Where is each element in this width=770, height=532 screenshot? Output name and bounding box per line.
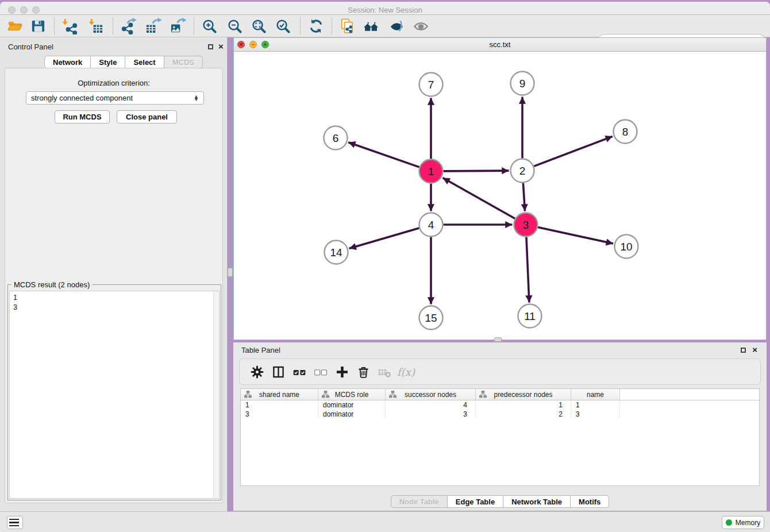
zoom-out-icon <box>226 18 243 34</box>
mcds-result-textarea[interactable]: 1 3 <box>9 291 220 499</box>
control-panel-close-icon[interactable]: × <box>218 43 224 49</box>
node-6[interactable]: 6 <box>324 126 348 150</box>
node-7[interactable]: 7 <box>419 73 443 97</box>
hierarchy-icon <box>244 391 252 398</box>
tab-network[interactable]: Network <box>44 56 91 68</box>
edge-3-11[interactable] <box>526 237 529 302</box>
gear-icon <box>249 364 265 380</box>
clone-network-button[interactable] <box>337 17 357 36</box>
cell-0-3[interactable]: 1 <box>476 400 571 410</box>
cell-1-4[interactable]: 3 <box>571 410 620 419</box>
edge-3-1[interactable] <box>442 178 515 219</box>
table-row[interactable]: 3dominator323 <box>241 410 759 419</box>
node-8[interactable]: 8 <box>614 120 637 144</box>
edge-1-6[interactable] <box>348 142 419 167</box>
export-table-button[interactable] <box>143 17 163 36</box>
column-header-successor-nodes[interactable]: successor nodes <box>386 389 476 400</box>
cell-1-3[interactable]: 2 <box>476 410 571 419</box>
node-10[interactable]: 10 <box>615 235 638 259</box>
apply-layout-button[interactable] <box>306 17 326 36</box>
node-14[interactable]: 14 <box>325 241 348 264</box>
cell-0-1[interactable]: dominator <box>318 400 386 410</box>
node-label-3: 3 <box>523 219 529 231</box>
mcds-result-text: 1 3 <box>10 291 219 314</box>
import-network-button[interactable] <box>59 17 79 36</box>
control-panel: Control Panel × Network Style Select MCD… <box>0 37 228 511</box>
network-window-titlebar[interactable]: ✕ – + scc.txt <box>234 38 766 52</box>
close-panel-button[interactable]: Close panel <box>117 110 177 124</box>
result-scrollbar[interactable] <box>213 291 219 498</box>
column-header-predecessor-nodes[interactable]: predecessor nodes <box>476 389 571 400</box>
hide-graphics-details-button[interactable] <box>386 17 407 36</box>
save-session-button[interactable] <box>28 17 48 36</box>
hierarchy-icon <box>479 391 487 398</box>
node-15[interactable]: 15 <box>419 306 443 330</box>
delete-table-button[interactable] <box>374 362 395 381</box>
edge-3-10[interactable] <box>538 228 613 244</box>
cell-0-0[interactable]: 1 <box>241 400 318 410</box>
cell-1-0[interactable]: 3 <box>241 410 318 419</box>
zoom-fit-button[interactable] <box>248 17 269 36</box>
export-network-button[interactable] <box>118 17 139 36</box>
import-network-icon <box>61 18 78 34</box>
tab-mcds[interactable]: MCDS <box>164 56 203 68</box>
optimization-criterion-select[interactable]: strongly connected component ▲▼ <box>26 91 204 105</box>
mcds-result-title: MCDS result (2 nodes) <box>11 280 92 289</box>
delete-row-button[interactable] <box>353 362 374 381</box>
task-history-button[interactable] <box>7 516 23 529</box>
table-row[interactable]: 1dominator411 <box>241 400 759 410</box>
tab-motifs[interactable]: Motifs <box>571 495 609 508</box>
cell-0-4[interactable]: 1 <box>571 400 620 410</box>
column-header-shared-name[interactable]: shared name <box>241 389 318 400</box>
edge-2-8[interactable] <box>534 136 613 166</box>
table-body: 1dominator4113dominator323 <box>241 400 759 419</box>
edge-4-14[interactable] <box>349 228 419 248</box>
node-1[interactable]: 1 <box>419 160 443 183</box>
zoom-out-button[interactable] <box>224 17 245 36</box>
node-4[interactable]: 4 <box>419 213 443 237</box>
open-session-button[interactable] <box>5 17 25 36</box>
zoom-in-button[interactable] <box>199 17 220 36</box>
select-stepper-icon: ▲▼ <box>194 95 199 101</box>
cell-0-2[interactable]: 4 <box>386 400 476 410</box>
mcds-result-group: MCDS result (2 nodes) 1 3 <box>7 284 221 500</box>
deselect-all-button[interactable] <box>310 362 332 381</box>
horizontal-splitter-handle[interactable] <box>494 337 502 342</box>
select-all-button[interactable] <box>289 362 310 381</box>
tab-edge-table[interactable]: Edge Table <box>448 495 503 508</box>
control-panel-float-icon[interactable] <box>208 43 213 51</box>
edge-1-2[interactable] <box>443 171 509 171</box>
run-mcds-button[interactable]: Run MCDS <box>55 110 110 124</box>
show-columns-button[interactable] <box>268 362 289 381</box>
edge-2-3[interactable] <box>523 183 525 211</box>
show-all-networks-button[interactable] <box>361 17 382 36</box>
node-2[interactable]: 2 <box>511 159 534 183</box>
columns-icon <box>271 364 286 380</box>
cell-1-2[interactable]: 3 <box>386 410 476 419</box>
table-settings-button[interactable] <box>247 362 268 381</box>
function-builder-button[interactable]: f(x) <box>395 362 417 381</box>
zoom-selected-button[interactable] <box>272 17 293 36</box>
column-header-name[interactable]: name <box>571 389 620 400</box>
export-image-button[interactable] <box>167 17 188 36</box>
node-11[interactable]: 11 <box>518 304 542 328</box>
tab-style[interactable]: Style <box>91 56 125 68</box>
import-table-button[interactable] <box>85 17 106 36</box>
tab-select[interactable]: Select <box>125 56 164 68</box>
node-9[interactable]: 9 <box>511 72 534 95</box>
toolbar-separator <box>54 17 55 35</box>
table-panel-close-icon[interactable]: × <box>752 346 757 353</box>
add-row-button[interactable] <box>332 362 353 381</box>
node-label-15: 15 <box>425 312 437 324</box>
show-graphics-details-button[interactable] <box>410 17 431 36</box>
cell-1-1[interactable]: dominator <box>318 410 386 419</box>
table-panel-float-icon[interactable] <box>741 346 746 354</box>
tab-network-table[interactable]: Network Table <box>503 495 571 508</box>
node-label-1: 1 <box>428 165 434 178</box>
tab-node-table[interactable]: Node Table <box>391 495 448 508</box>
vertical-splitter-handle[interactable] <box>228 268 233 277</box>
column-header-MCDS-role[interactable]: MCDS role <box>318 389 386 400</box>
node-3[interactable]: 3 <box>514 213 538 237</box>
network-canvas[interactable]: 7968124314101511 <box>234 52 766 340</box>
memory-button[interactable]: Memory <box>722 516 764 529</box>
